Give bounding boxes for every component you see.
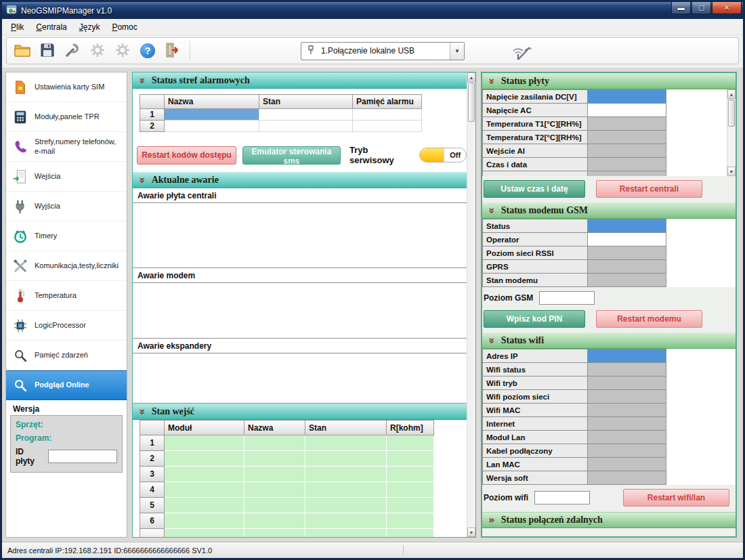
restart-modem-button[interactable]: Restart modemu [596,310,702,328]
zones-cell[interactable] [353,121,422,132]
gear-button-2[interactable] [111,40,134,62]
inputs-row-number: 2 [140,451,165,467]
sidebar-item-timery[interactable]: Timery [6,221,127,251]
board-scrollbar[interactable]: ▲ ▼ [727,89,736,176]
scroll-thumb[interactable] [728,100,735,127]
help-button[interactable]: ? [136,40,159,62]
inputs-cell[interactable] [305,451,387,467]
inputs-cell[interactable] [387,467,434,482]
minimize-button[interactable]: ▬ [671,2,691,14]
inputs-cell[interactable] [387,498,434,513]
scroll-down-button[interactable]: ▼ [727,167,736,176]
inputs-section-header[interactable]: » Stan wejść [133,404,467,420]
restart-board-button[interactable]: Restart centrali [596,180,702,198]
status-row: Poziom sieci RSSI [482,246,736,260]
save-button[interactable] [36,40,59,62]
sidebar-item-komunikacja[interactable]: Komunikacja,testy,liczniki [6,251,127,281]
wifi-status-rows: Adres IP Wifi status Wifi tryb Wifi pozi… [482,349,736,485]
inputs-row-number [140,529,165,538]
set-time-button[interactable]: Ustaw czas i datę [484,180,585,198]
sidebar-item-podglad-online[interactable]: Podgląd Online [6,370,127,400]
inputs-cell[interactable] [305,498,387,513]
sidebar-item-pamiec[interactable]: Pamięć zdarzeń [6,341,127,370]
main-scrollbar[interactable]: ▲ ▼ [467,72,475,537]
zones-cell[interactable] [259,121,353,132]
status-row: Stan modemu [482,273,736,287]
status-row-value [587,89,666,104]
menu-pomoc[interactable]: Pomoc [106,20,143,34]
inputs-row-partial [140,529,434,538]
inputs-cell[interactable] [387,435,434,451]
inputs-cell[interactable] [165,467,244,482]
connection-dropdown[interactable]: 1.Połączenie lokalne USB ▼ [301,42,465,60]
inputs-cell[interactable] [305,529,387,538]
menu-centrala[interactable]: Centrala [30,20,72,34]
remote-connections-header[interactable]: » Status połączeń zdalnych [482,512,736,528]
sms-emulator-button[interactable]: Emulator sterowania sms [242,146,341,165]
menu-plik[interactable]: Plik [5,20,30,34]
inputs-cell[interactable] [165,482,244,498]
service-mode-toggle[interactable]: Off [419,148,467,163]
zones-section-header[interactable]: » Status stref alarmowych [133,72,467,89]
close-button[interactable]: ✕ [712,2,742,14]
inputs-cell[interactable] [305,467,387,482]
inputs-cell[interactable] [387,529,434,538]
sidebar-item-logicprocessor[interactable]: LogicProcessor [6,311,127,341]
inputs-cell[interactable] [244,467,305,482]
board-faults-area [133,203,467,268]
wifi-status-header[interactable]: » Status wifi [482,332,736,349]
open-folder-button[interactable] [11,40,34,62]
inputs-cell[interactable] [244,513,305,529]
faults-section-header[interactable]: » Aktualne awarie [133,172,467,188]
sidebar-item-sim[interactable]: Ustawienia karty SIM [6,72,127,102]
status-row-label: GPRS [482,259,588,274]
sidebar-item-tpr[interactable]: Moduły,panele TPR [6,102,127,132]
wifi-level-input[interactable] [534,491,590,504]
inputs-cell[interactable] [165,435,244,451]
inputs-cell[interactable] [165,513,244,529]
sidebar-item-wejscia[interactable]: Wejścia [6,162,127,192]
sidebar-item-strefy[interactable]: Strefy,numery telefonów, e-mail [6,132,127,162]
scroll-up-button[interactable]: ▲ [727,89,736,99]
enter-pin-button[interactable]: Wpisz kod PIN [484,310,585,328]
maximize-button[interactable]: ▢ [691,2,711,14]
board-id-input[interactable] [48,450,117,463]
scroll-thumb[interactable] [468,83,475,122]
exit-button[interactable] [161,40,184,62]
inputs-cell[interactable] [305,513,387,529]
inputs-cell[interactable] [387,513,434,529]
gsm-status-header[interactable]: » Status modemu GSM [482,202,736,219]
zones-cell-selected[interactable] [165,109,259,121]
gear-button-1[interactable] [86,40,109,62]
status-bar-divider [403,545,404,555]
inputs-row: 3 [140,467,434,482]
inputs-cell[interactable] [244,529,305,538]
inputs-cell[interactable] [387,451,434,467]
inputs-cell[interactable] [244,435,305,451]
scroll-up-button[interactable]: ▲ [467,72,475,82]
inputs-cell[interactable] [244,482,305,498]
inputs-cell[interactable] [305,482,387,498]
board-status-header[interactable]: » Status płyty [482,73,736,89]
wifi-status-label: Status wifi [501,335,544,346]
inputs-cell[interactable] [165,529,244,538]
restart-access-codes-button[interactable]: Restart kodów dostępu [137,146,236,165]
inputs-cell[interactable] [165,498,244,513]
zones-cell[interactable] [165,121,259,132]
settings-wrench-button[interactable] [61,40,84,62]
inputs-cell[interactable] [387,482,434,498]
menu-jezyk[interactable]: Język [73,20,106,34]
inputs-cell[interactable] [244,451,305,467]
main-panel: » Status stref alarmowych Nazwa Stan Pam… [132,72,476,538]
inputs-cell[interactable] [305,435,387,451]
zones-cell[interactable] [259,109,353,121]
zones-cell[interactable] [353,109,422,121]
gsm-level-input[interactable] [539,291,595,305]
sidebar-item-wyjscia[interactable]: Wyjścia [6,192,127,221]
gear-icon [89,42,106,60]
inputs-cell[interactable] [165,451,244,467]
inputs-cell[interactable] [244,498,305,513]
restart-wifi-button[interactable]: Restart wifi/lan [623,489,729,507]
scroll-down-button[interactable]: ▼ [467,527,475,537]
sidebar-item-temperatura[interactable]: Temperatura [6,281,127,311]
